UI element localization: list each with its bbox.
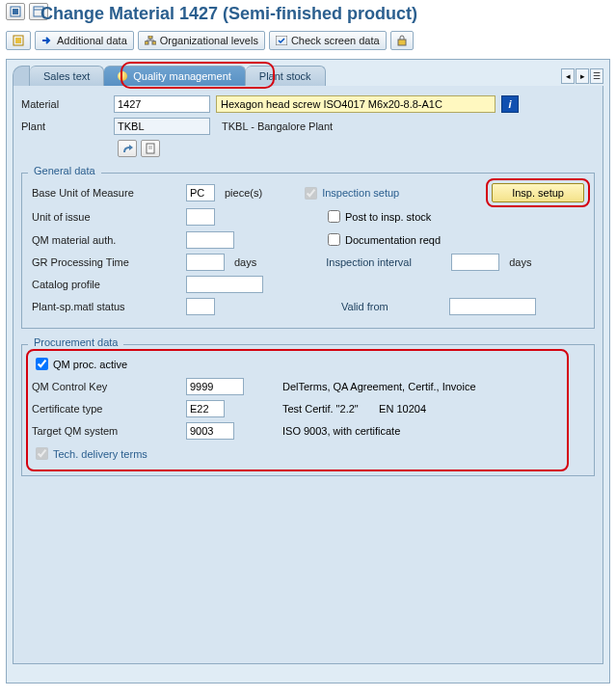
cert-label: Certificate type <box>32 403 186 415</box>
menu-icon-1[interactable] <box>6 3 25 20</box>
insp-interval-field[interactable] <box>451 254 499 271</box>
tech-terms-label: Tech. delivery terms <box>53 448 147 460</box>
insp-interval-label: Inspection interval <box>326 256 451 268</box>
insp-setup-label: Inspection setup <box>322 187 438 199</box>
hierarchy-icon <box>145 36 156 45</box>
general-data-group: General data Base Unit of Measure piece(… <box>21 173 595 329</box>
material-field[interactable] <box>114 95 210 113</box>
main-panel: Sales text Quality management Plant stoc… <box>6 59 610 684</box>
doc-reqd-label: Documentation reqd <box>345 234 441 246</box>
qm-auth-field[interactable] <box>186 231 234 249</box>
material-label: Material <box>21 98 108 110</box>
page-title: Change Material 1427 (Semi-finished prod… <box>0 4 616 28</box>
svg-rect-10 <box>398 40 406 45</box>
target-field[interactable] <box>186 422 234 440</box>
insp-interval-unit: days <box>509 256 531 268</box>
other-material-button[interactable] <box>6 31 31 50</box>
cert-field[interactable] <box>186 400 225 417</box>
svg-rect-1 <box>13 9 18 14</box>
tab-scroll-right[interactable]: ▸ <box>576 68 589 84</box>
cert-desc: Test Certif. "2.2" EN 10204 <box>282 403 426 415</box>
ctrl-key-label: QM Control Key <box>32 381 186 392</box>
gr-field[interactable] <box>186 254 225 271</box>
org-levels-button[interactable]: Organizational levels <box>138 31 265 50</box>
additional-data-button[interactable]: Additional data <box>35 31 134 50</box>
revision-icon-button[interactable] <box>118 140 137 157</box>
target-desc: ISO 9003, with certificate <box>282 425 400 437</box>
svg-rect-8 <box>152 41 156 44</box>
post-insp-label: Post to insp. stock <box>345 211 431 223</box>
pmat-label: Plant-sp.matl status <box>32 301 186 312</box>
arrow-right-icon <box>41 36 53 45</box>
valid-from-label: Valid from <box>341 301 449 312</box>
gr-unit: days <box>234 256 256 268</box>
lock-button[interactable] <box>390 31 414 50</box>
catalog-label: Catalog profile <box>32 279 186 290</box>
buom-label: Base Unit of Measure <box>32 187 186 199</box>
insp-setup-button[interactable]: Insp. setup <box>492 183 584 202</box>
uoi-label: Unit of issue <box>32 211 186 223</box>
qm-auth-label: QM material auth. <box>32 234 186 246</box>
plant-desc: TKBL - Bangalore Plant <box>222 121 333 132</box>
target-label: Target QM system <box>32 425 186 437</box>
catalog-field[interactable] <box>186 276 263 293</box>
document-icon-button[interactable] <box>141 140 160 157</box>
buom-desc: piece(s) <box>225 187 262 199</box>
ctrl-key-field[interactable] <box>186 378 244 395</box>
general-data-title: General data <box>28 165 101 176</box>
check-icon <box>276 36 287 45</box>
plant-label: Plant <box>21 121 108 132</box>
svg-rect-7 <box>145 41 148 44</box>
material-desc: Hexagon head screw ISO4017 M6x20-8.8-A1C <box>216 95 495 113</box>
buom-field[interactable] <box>186 184 215 201</box>
insp-setup-checkbox <box>305 187 317 200</box>
tab-quality-management[interactable]: Quality management <box>104 66 246 86</box>
ctrl-key-desc: DelTerms, QA Agreement, Certif., Invoice <box>282 381 476 392</box>
doc-reqd-checkbox[interactable] <box>328 233 340 246</box>
tech-terms-checkbox <box>36 447 48 460</box>
procurement-title: Procurement data <box>28 336 123 348</box>
plant-field[interactable] <box>114 118 210 135</box>
tab-scroll-left[interactable]: ◂ <box>561 68 575 84</box>
post-insp-checkbox[interactable] <box>328 210 340 223</box>
uoi-field[interactable] <box>186 208 215 226</box>
active-tab-bullet-icon <box>118 71 127 81</box>
check-screen-button[interactable]: Check screen data <box>269 31 387 50</box>
procurement-group: Procurement data QM proc. active QM Cont… <box>21 344 595 476</box>
qm-proc-active-checkbox[interactable] <box>36 358 48 370</box>
tab-plant-stock[interactable]: Plant stock <box>246 66 326 86</box>
tab-spacer <box>13 66 30 86</box>
valid-from-field[interactable] <box>449 298 536 315</box>
info-icon[interactable]: i <box>501 95 519 113</box>
gr-label: GR Processing Time <box>32 256 186 268</box>
svg-rect-6 <box>148 36 152 39</box>
qm-proc-active-label: QM proc. active <box>53 359 127 370</box>
lock-icon <box>397 35 407 46</box>
svg-rect-5 <box>15 38 21 43</box>
tab-list-button[interactable]: ☰ <box>590 68 603 84</box>
tab-sales-text[interactable]: Sales text <box>30 66 104 86</box>
pmat-field[interactable] <box>186 298 215 315</box>
